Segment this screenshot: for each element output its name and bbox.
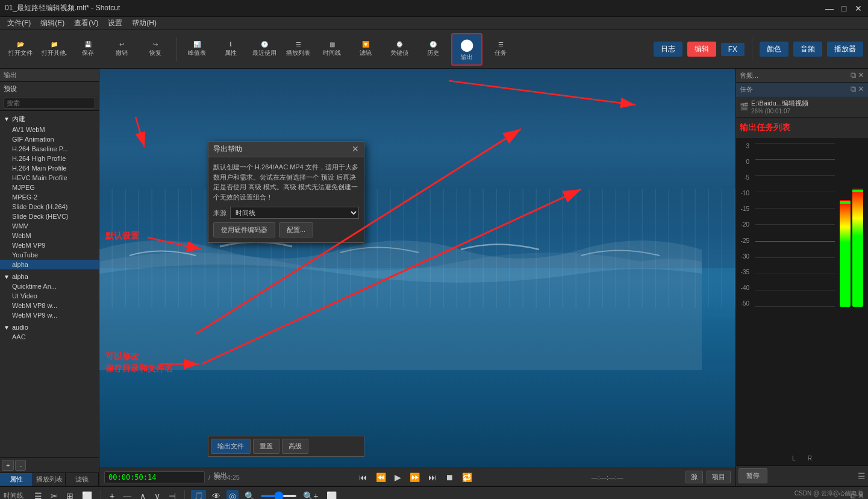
skip-end-button[interactable]: ⏭ bbox=[426, 471, 439, 483]
preset-webm[interactable]: WebM bbox=[0, 231, 99, 240]
tl-fit[interactable]: ⬜ bbox=[324, 490, 339, 500]
current-time-input[interactable] bbox=[104, 471, 205, 483]
remove-preset-button[interactable]: - bbox=[15, 460, 26, 471]
preset-gif[interactable]: GIF Animation bbox=[0, 134, 99, 144]
preset-group-builtin: ▼ 内建 AV1 WebM GIF Animation H.264 Baseli… bbox=[0, 112, 99, 271]
tb-props[interactable]: ℹ 属性 bbox=[215, 33, 246, 66]
tb-output[interactable]: ⬤ 输出 bbox=[451, 33, 482, 66]
tl-zoom-out[interactable]: 🔍 bbox=[242, 490, 257, 500]
tb-audio[interactable]: 音频 bbox=[793, 42, 822, 57]
preset-webm-vp9[interactable]: WebM VP9 bbox=[0, 240, 99, 250]
tl-preview[interactable]: 👁 bbox=[210, 490, 223, 500]
tb-peak[interactable]: 📊 峰值表 bbox=[181, 33, 213, 66]
meter-menu-button[interactable]: ☰ bbox=[858, 471, 866, 481]
tb-history[interactable]: 🕗 历史 bbox=[417, 33, 449, 66]
group-label-builtin[interactable]: ▼ 内建 bbox=[0, 113, 99, 125]
menu-view[interactable]: 查看(V) bbox=[69, 17, 103, 30]
menu-help[interactable]: 帮助(H) bbox=[127, 17, 161, 30]
tb-redo[interactable]: ↪ 恢复 bbox=[140, 33, 171, 66]
loop-button[interactable]: 🔁 bbox=[460, 471, 475, 483]
preset-quicktime[interactable]: Quicktime An... bbox=[0, 281, 99, 291]
preset-aac[interactable]: AAC bbox=[0, 332, 99, 342]
menu-settings[interactable]: 设置 bbox=[103, 17, 127, 30]
tl-add-track[interactable]: + bbox=[107, 490, 117, 500]
tb-playlist[interactable]: ☰ 播放列表 bbox=[283, 33, 314, 66]
close-button[interactable]: ✕ bbox=[854, 4, 863, 13]
play-button[interactable]: ▶ bbox=[392, 471, 404, 483]
tb-edit[interactable]: 编辑 bbox=[687, 42, 716, 57]
tb-fx[interactable]: FX bbox=[721, 43, 745, 56]
tb-open-other[interactable]: 📁 打开其他. bbox=[39, 33, 70, 66]
menu-file[interactable]: 文件(F) bbox=[2, 17, 36, 30]
pause-button[interactable]: 暂停 bbox=[738, 468, 767, 483]
tb-color[interactable]: 颜色 bbox=[760, 42, 788, 57]
preset-youtube[interactable]: YouTube bbox=[0, 250, 99, 260]
tl-menu[interactable]: ☰ bbox=[32, 490, 45, 500]
stop-button[interactable]: ⏹ bbox=[443, 471, 456, 483]
step-forward-button[interactable]: ⏩ bbox=[407, 471, 422, 483]
config-button[interactable]: 配置... bbox=[279, 222, 313, 237]
preset-webm-vp9-w[interactable]: WebM VP9 w... bbox=[0, 310, 99, 320]
hw-encode-button[interactable]: 使用硬件编码器 bbox=[213, 222, 275, 237]
tb-recent[interactable]: 🕐 最近使用 bbox=[249, 33, 280, 66]
source-button[interactable]: 源 bbox=[685, 471, 703, 483]
preset-h264-main[interactable]: H.264 Main Profile bbox=[0, 163, 99, 173]
preset-h264-high[interactable]: H.264 High Profile bbox=[0, 154, 99, 163]
tl-split[interactable]: ⊣ bbox=[166, 490, 178, 500]
export-dialog-close[interactable]: ✕ bbox=[352, 144, 359, 154]
skip-start-button[interactable]: ⏮ bbox=[357, 471, 370, 483]
tb-log[interactable]: 日志 bbox=[654, 42, 682, 57]
tab-playlist[interactable]: 播放列表 bbox=[33, 473, 66, 486]
output-file-button[interactable]: 输出文件 bbox=[211, 439, 251, 454]
preset-slide-h264[interactable]: Slide Deck (H.264) bbox=[0, 202, 99, 212]
preset-alpha[interactable]: alpha bbox=[0, 260, 99, 269]
preset-wmv[interactable]: WMV bbox=[0, 221, 99, 231]
toolbar: 📂 打开文件 📁 打开其他. 💾 保存 ↩ 撤销 ↪ 恢复 📊 峰值表 ℹ 属性… bbox=[0, 30, 868, 69]
maximize-button[interactable]: □ bbox=[839, 4, 849, 13]
tl-snap[interactable]: 🎵 bbox=[191, 490, 206, 500]
preset-h264-baseline[interactable]: H.264 Baseline P... bbox=[0, 144, 99, 154]
menu-edit[interactable]: 编辑(E) bbox=[36, 17, 69, 30]
audio-panel-float[interactable]: ⧉ bbox=[851, 71, 856, 80]
search-input[interactable] bbox=[4, 98, 95, 108]
tb-keyframe[interactable]: ⌚ 关键侦 bbox=[384, 33, 415, 66]
reset-button[interactable]: 重置 bbox=[253, 439, 279, 454]
audio-panel-close[interactable]: ✕ bbox=[858, 71, 864, 80]
preset-ut-video[interactable]: Ut Video bbox=[0, 291, 99, 301]
tb-jobs[interactable]: ☰ 任务 bbox=[485, 33, 516, 66]
tl-paste[interactable]: ⬜ bbox=[80, 490, 95, 500]
minimize-button[interactable]: — bbox=[825, 4, 834, 13]
tl-move-down[interactable]: ∨ bbox=[152, 490, 163, 500]
tl-move-up[interactable]: ∧ bbox=[137, 490, 148, 500]
tab-properties[interactable]: 属性 bbox=[0, 473, 33, 486]
tl-remove-track[interactable]: — bbox=[120, 490, 134, 500]
tab-filter[interactable]: 滤镜 bbox=[66, 473, 99, 486]
tb-timeline[interactable]: ▦ 时间线 bbox=[316, 33, 348, 66]
preset-mjpeg[interactable]: MJPEG bbox=[0, 183, 99, 192]
tb-player[interactable]: 播放器 bbox=[827, 42, 863, 57]
task-panel-float[interactable]: ⧉ bbox=[851, 84, 856, 94]
preset-webm-vp8[interactable]: WebM VP8 w... bbox=[0, 301, 99, 310]
tl-cut[interactable]: ✂ bbox=[48, 490, 60, 500]
main-area: 输出 预设 ▼ 内建 AV1 WebM GIF Animation H.264 … bbox=[0, 69, 868, 486]
tb-save[interactable]: 💾 保存 bbox=[72, 33, 104, 66]
tb-filter[interactable]: 🔽 滤镜 bbox=[350, 33, 381, 66]
task-panel-close[interactable]: ✕ bbox=[858, 84, 864, 93]
tl-zoom-in[interactable]: 🔍+ bbox=[301, 490, 320, 500]
preset-slide-hevc[interactable]: Slide Deck (HEVC) bbox=[0, 212, 99, 221]
tb-undo[interactable]: ↩ 撤销 bbox=[106, 33, 137, 66]
preset-av1-webm[interactable]: AV1 WebM bbox=[0, 125, 99, 134]
group-label-audio[interactable]: ▼ audio bbox=[0, 322, 99, 332]
tl-ripple[interactable]: ◎ bbox=[226, 490, 239, 500]
project-button[interactable]: 项目 bbox=[707, 471, 731, 483]
advanced-button[interactable]: 高级 bbox=[282, 439, 308, 454]
tl-copy[interactable]: ⊞ bbox=[64, 490, 76, 500]
step-back-button[interactable]: ⏪ bbox=[373, 471, 389, 483]
group-label-alpha[interactable]: ▼ alpha bbox=[0, 272, 99, 281]
tl-zoom-slider[interactable] bbox=[261, 495, 297, 497]
preset-hevc-main[interactable]: HEVC Main Profile bbox=[0, 173, 99, 183]
export-source-select[interactable]: 时间线 bbox=[230, 207, 359, 219]
preset-mpeg2[interactable]: MPEG-2 bbox=[0, 192, 99, 202]
add-preset-button[interactable]: + bbox=[2, 460, 14, 471]
tb-open-file[interactable]: 📂 打开文件 bbox=[5, 33, 36, 66]
